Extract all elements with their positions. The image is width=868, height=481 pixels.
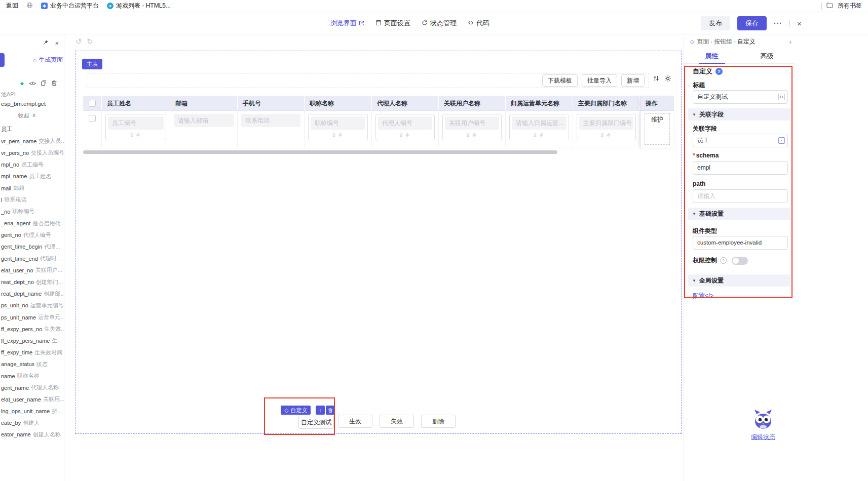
field-list-item[interactable]: reat_dept_name创建部... bbox=[1, 288, 64, 300]
section-header-global[interactable]: ▼ 全局设置 bbox=[688, 274, 790, 287]
field-list-item[interactable]: vr_pers_name交接人员... bbox=[1, 135, 64, 147]
field-list-item[interactable]: gent_time_end代理时... bbox=[1, 253, 64, 264]
field-list-item[interactable]: anage_status状态 bbox=[1, 358, 64, 370]
field-list-item[interactable]: vr_pers_no交接人员编号 bbox=[1, 147, 64, 158]
trash-icon[interactable] bbox=[51, 79, 57, 88]
maintain-button[interactable]: 维护 bbox=[645, 113, 670, 145]
cell-input[interactable]: 主要归属部门编号 bbox=[579, 116, 633, 130]
field-list-item[interactable]: reat_dept_no创建部门... bbox=[1, 276, 64, 288]
field-list-item[interactable]: ps_unit_no运营单元编号 bbox=[1, 300, 64, 311]
field-list-item[interactable]: lng_ops_unit_name所... bbox=[1, 406, 64, 417]
page-canvas[interactable]: 主表 下载模板批量导入新增 员工姓名邮箱手机号职称名称代理人名称关联用户名称归属… bbox=[75, 51, 682, 434]
config-code-link[interactable]: 配置</> bbox=[693, 292, 713, 300]
field-list-item[interactable]: eator_name创建人名称 bbox=[1, 429, 64, 440]
field-list-item[interactable]: ff_expy_pers_name生... bbox=[1, 335, 64, 346]
panel-collapse-icon[interactable]: › bbox=[789, 38, 791, 46]
field-component[interactable]: 关联用户编号文本 bbox=[442, 114, 502, 140]
field-list-item[interactable]: mpl_name员工姓名 bbox=[1, 171, 64, 182]
breadcrumb-item[interactable]: 自定义 bbox=[737, 38, 756, 45]
field-list-item[interactable]: ff_expy_pers_no生失效... bbox=[1, 323, 64, 335]
collapse-toggle[interactable]: 收起 ∧ bbox=[18, 112, 36, 119]
field-list-item[interactable]: l联系电话 bbox=[1, 194, 64, 206]
tab-properties[interactable]: 属性 bbox=[684, 49, 739, 63]
field-list-item[interactable]: elat_user_name关联用... bbox=[1, 393, 64, 405]
custom-test-button[interactable]: 自定义测试 bbox=[298, 416, 334, 429]
move-up-button[interactable]: ↑ bbox=[316, 406, 325, 415]
favorite-star-icon[interactable]: ★ bbox=[19, 80, 25, 87]
field-list-item[interactable]: name职称名称 bbox=[1, 370, 64, 382]
field-list-item[interactable]: ps_unit_name运营单元... bbox=[1, 311, 64, 323]
field-list-item[interactable]: gent_no代理人编号 bbox=[1, 229, 64, 241]
field-list-item[interactable]: _ena_agent是否启用代... bbox=[1, 218, 64, 229]
close-button[interactable]: × bbox=[797, 19, 802, 28]
main-table-tag[interactable]: 主表 bbox=[82, 59, 102, 69]
canvas-action-button[interactable]: 删除 bbox=[421, 415, 456, 428]
state-management-button[interactable]: 状态管理 bbox=[422, 19, 457, 28]
close-panel-icon[interactable]: × bbox=[55, 40, 59, 47]
assoc-clear-icon[interactable]: × bbox=[778, 137, 785, 144]
field-list-item[interactable]: gent_time_begin代理... bbox=[1, 241, 64, 253]
field-list-item[interactable]: gent_name代理人名称 bbox=[1, 382, 64, 393]
undo-icon[interactable]: ↺ bbox=[76, 37, 82, 46]
preview-link[interactable]: 浏览界面 bbox=[330, 19, 364, 28]
canvas-action-button[interactable]: 生效 bbox=[338, 415, 372, 428]
cell-input[interactable]: 请输入归属运营... bbox=[512, 116, 567, 130]
pin-icon[interactable] bbox=[43, 38, 49, 48]
select-all-checkbox[interactable] bbox=[89, 100, 96, 107]
cell-input[interactable]: 关联用户编号 bbox=[445, 116, 499, 130]
cell-input[interactable]: 职称编号 bbox=[311, 116, 365, 130]
component-type-input[interactable]: custom-employee-invalid bbox=[693, 236, 788, 250]
table-action-button[interactable]: 新增 bbox=[621, 74, 645, 87]
all-bookmarks-button[interactable]: 所有书签 bbox=[838, 2, 862, 10]
field-component[interactable]: 请输入归属运营...文本 bbox=[509, 114, 569, 140]
field-component[interactable]: 职称编号文本 bbox=[308, 114, 368, 140]
horizontal-scrollbar[interactable] bbox=[83, 150, 557, 154]
cell-input[interactable]: 联系电话 bbox=[241, 114, 300, 127]
permission-toggle[interactable] bbox=[732, 257, 748, 265]
assoc-field-input[interactable]: 员工 × bbox=[693, 134, 788, 147]
path-input[interactable]: 请输入 bbox=[693, 189, 788, 203]
code-view-button[interactable]: 代码 bbox=[468, 19, 489, 28]
page-settings-button[interactable]: 页面设置 bbox=[375, 19, 410, 28]
field-list-item[interactable]: 员工 bbox=[1, 124, 64, 135]
schema-input[interactable]: empl bbox=[693, 161, 788, 175]
breadcrumb-item[interactable]: 按钮组 bbox=[714, 38, 732, 45]
panel-accent-tab[interactable] bbox=[0, 53, 5, 67]
breadcrumb-item[interactable]: 页面 bbox=[697, 38, 709, 45]
edit-state-label[interactable]: 编辑状态 bbox=[748, 433, 778, 442]
tab-advanced[interactable]: 高级 bbox=[739, 49, 795, 63]
section-header-basic[interactable]: ▼ 基础设置 bbox=[688, 208, 790, 220]
delete-component-button[interactable] bbox=[326, 406, 335, 415]
generate-page-link[interactable]: ⌂ 生成页面 bbox=[33, 56, 63, 64]
table-action-button[interactable]: 下载模板 bbox=[542, 74, 578, 87]
copy-icon[interactable] bbox=[41, 79, 47, 88]
table-action-button[interactable]: 批量导入 bbox=[582, 74, 617, 87]
row-checkbox[interactable] bbox=[89, 115, 96, 122]
field-component[interactable]: 员工编号文本 bbox=[105, 114, 166, 140]
cell-input[interactable]: 代理人编号 bbox=[378, 116, 432, 130]
selected-component-chip[interactable]: ◇ 自定义 bbox=[281, 406, 311, 415]
publish-button[interactable]: 发布 bbox=[701, 16, 730, 30]
field-list-item[interactable]: mpl_no员工编号 bbox=[1, 159, 64, 171]
field-component[interactable]: 代理人编号文本 bbox=[375, 114, 435, 140]
bookmark-game-list[interactable]: ● 游戏列表 - HTML5... bbox=[107, 2, 171, 10]
save-button[interactable]: 保存 bbox=[737, 16, 767, 30]
title-input-suffix-icon[interactable] bbox=[778, 94, 785, 100]
title-input[interactable]: 自定义测试 bbox=[693, 90, 788, 104]
field-list-item[interactable]: mail邮箱 bbox=[1, 182, 64, 194]
field-list-item[interactable]: ff_expy_time生失效时间 bbox=[1, 347, 64, 358]
sort-icon[interactable] bbox=[653, 75, 659, 84]
help-badge-icon[interactable]: ? bbox=[715, 68, 723, 75]
cell-input[interactable]: 请输入邮箱 bbox=[174, 114, 234, 127]
more-menu-button[interactable]: ··· bbox=[774, 19, 782, 27]
assistant-mascot[interactable]: 编辑状态 bbox=[748, 408, 778, 442]
cell-input[interactable]: 员工编号 bbox=[108, 116, 164, 130]
bookmark-platform[interactable]: ◆ 业务中台运营平台 bbox=[41, 2, 99, 10]
field-list-item[interactable]: _no职称编号 bbox=[1, 206, 64, 217]
code-icon[interactable]: </> bbox=[29, 81, 36, 86]
settings-gear-icon[interactable] bbox=[664, 75, 671, 84]
section-header-assoc[interactable]: ▼ 关联字段 bbox=[688, 108, 790, 121]
field-component[interactable]: 主要归属部门编号文本 bbox=[577, 114, 636, 140]
redo-icon[interactable]: ↻ bbox=[87, 37, 93, 46]
field-list-item[interactable]: elat_user_no关联用户... bbox=[1, 264, 64, 276]
